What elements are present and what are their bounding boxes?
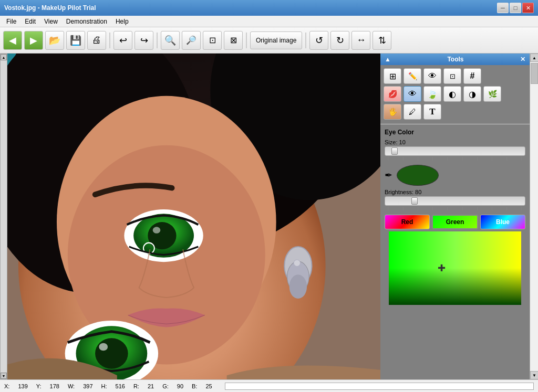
size-slider-container: ||||| |||||: [385, 146, 525, 161]
brightness-slider-thumb[interactable]: [411, 197, 418, 205]
lip-tool-button[interactable]: 💋: [384, 86, 401, 102]
status-g-value: 90: [177, 383, 183, 389]
selection-button[interactable]: ⊡: [443, 68, 461, 84]
brush-tool-button[interactable]: ✏️: [404, 68, 421, 84]
image-vscrollbar[interactable]: ▲ ▼: [0, 54, 7, 379]
zoom-fit-button[interactable]: ⊡: [203, 31, 222, 50]
tool-row-1: ⊞ ✏️ 👁 ⊡ #: [384, 68, 526, 84]
hash-grid-button[interactable]: #: [463, 68, 481, 84]
color-picker-crosshair: ✚: [438, 262, 446, 274]
undo-button[interactable]: ↩: [113, 31, 132, 50]
shape2-button[interactable]: ◑: [463, 86, 481, 102]
color-preview-row: ✒: [385, 165, 525, 186]
nav-back-button[interactable]: ◀: [3, 31, 22, 50]
size-slider-ticks: ||||| |||||: [385, 156, 525, 161]
flip-v-button[interactable]: ⇅: [373, 31, 391, 50]
svg-point-22: [294, 260, 301, 267]
menu-view[interactable]: View: [40, 17, 62, 26]
size-slider-thumb[interactable]: [391, 147, 398, 155]
blue-channel-label: Blue: [496, 218, 510, 226]
selection-icon: ⊡: [450, 72, 456, 80]
menu-file[interactable]: File: [2, 17, 20, 26]
tools-close-button[interactable]: ✕: [520, 56, 525, 63]
tools-vscroll-thumb[interactable]: [531, 63, 538, 84]
status-y-value: 178: [50, 383, 59, 389]
shape1-button[interactable]: ◐: [443, 86, 461, 102]
save-button[interactable]: 💾: [66, 31, 85, 50]
toolbar-separator-4: [305, 33, 306, 48]
status-w-label: W:: [68, 383, 75, 389]
image-canvas-area[interactable]: [7, 54, 380, 379]
open-button[interactable]: 📂: [45, 31, 64, 50]
menu-demonstration[interactable]: Demonstration: [62, 17, 111, 26]
skin-tone-button[interactable]: 🖐: [384, 104, 401, 120]
skin-tone-icon: 🖐: [388, 108, 397, 116]
brightness-label: Brightness: 80: [385, 189, 525, 195]
main-content: ▲ ▼: [0, 54, 538, 379]
brightness-slider-ticks: ||||| |||||: [385, 206, 525, 210]
status-x-label: X:: [4, 383, 9, 389]
zoom-in-button[interactable]: 🔍: [161, 31, 180, 50]
color-picker-inner: ✚: [389, 231, 521, 305]
eyedropper-button[interactable]: ✒: [385, 169, 392, 181]
status-bar: X: 139 Y: 178 W: 397 H: 516 R: 21 G: 90 …: [0, 379, 538, 392]
feather-icon: 🖊: [409, 108, 416, 116]
brightness-slider[interactable]: [385, 196, 525, 206]
status-x-value: 139: [18, 383, 27, 389]
close-window-button[interactable]: ✕: [522, 3, 534, 13]
green-channel-tab[interactable]: Green: [432, 215, 478, 229]
original-image-button[interactable]: Original image: [250, 31, 302, 49]
leaf-button[interactable]: 🍃: [423, 86, 441, 102]
color-picker-gradient[interactable]: ✚: [389, 231, 521, 305]
toolbar: ◀ ▶ 📂 💾 🖨 ↩ ↪ 🔍 🔎 ⊡ ⊠ Original image ↺ ↻…: [0, 27, 538, 54]
tools-vscrollbar[interactable]: ▲ ▼: [530, 54, 538, 379]
flip-h-button[interactable]: ↔: [351, 31, 370, 50]
rotate-left-button[interactable]: ↺: [309, 31, 328, 50]
text-tool-button[interactable]: T: [423, 104, 441, 120]
status-h-value: 516: [116, 383, 125, 389]
svg-point-12: [95, 338, 128, 368]
window-controls: ─ □ ✕: [497, 3, 534, 13]
status-progress-bar: [225, 383, 534, 390]
menu-edit[interactable]: Edit: [20, 17, 40, 26]
tools-vscroll-down[interactable]: ▼: [530, 371, 538, 379]
menu-help[interactable]: Help: [111, 17, 133, 26]
toolbar-separator-3: [246, 33, 247, 48]
eye-view-button[interactable]: 👁: [423, 68, 441, 84]
redo-button[interactable]: ↪: [134, 31, 153, 50]
rotate-right-button[interactable]: ↻: [330, 31, 349, 50]
toolbar-separator-1: [109, 33, 110, 48]
zoom-out-button[interactable]: 🔎: [182, 31, 201, 50]
tool-icons-container: ⊞ ✏️ 👁 ⊡ #: [380, 65, 530, 123]
grid-tool-button[interactable]: ⊞: [384, 68, 401, 84]
feather-button[interactable]: 🖊: [404, 104, 421, 120]
eye-color-title: Eye Color: [385, 129, 525, 136]
vscroll-down-button[interactable]: ▼: [1, 373, 7, 379]
red-channel-tab[interactable]: Red: [385, 215, 430, 229]
toolbar-separator-2: [157, 33, 158, 48]
tools-vscroll-up[interactable]: ▲: [530, 54, 538, 62]
lip-icon: 💋: [388, 90, 397, 98]
size-slider[interactable]: [385, 146, 525, 156]
photo-image: [7, 54, 380, 379]
svg-point-17: [153, 227, 161, 234]
tools-title: Tools: [447, 56, 463, 63]
eye-tool-button[interactable]: 👁: [404, 86, 421, 102]
minimize-button[interactable]: ─: [497, 3, 509, 13]
shape2-icon: ◑: [469, 89, 476, 99]
status-w-value: 397: [83, 383, 92, 389]
print-button[interactable]: 🖨: [87, 31, 106, 50]
tools-scroll-up[interactable]: ▲: [385, 56, 391, 63]
blue-channel-tab[interactable]: Blue: [480, 215, 525, 229]
dropper-button[interactable]: 🌿: [483, 86, 501, 102]
maximize-button[interactable]: □: [510, 3, 521, 13]
zoom-actual-button[interactable]: ⊠: [224, 31, 243, 50]
tools-vscroll-track[interactable]: [530, 62, 538, 371]
grid-icon: ⊞: [389, 71, 396, 81]
nav-forward-button[interactable]: ▶: [24, 31, 43, 50]
vscroll-up-button[interactable]: ▲: [1, 54, 7, 60]
status-r-label: R:: [133, 383, 139, 389]
status-b-value: 25: [205, 383, 212, 389]
hash-grid-icon: #: [470, 71, 475, 81]
eye-view-icon: 👁: [428, 71, 437, 81]
